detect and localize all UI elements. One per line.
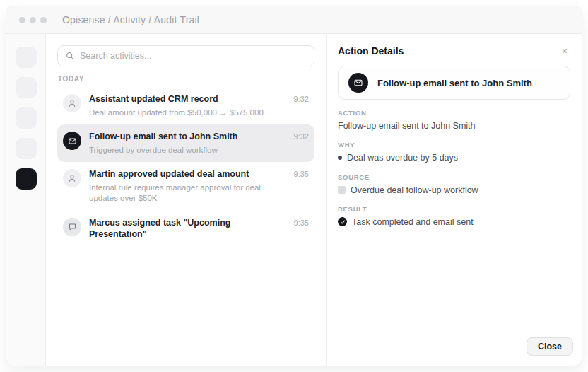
sidebar-item-3[interactable] [16,107,37,129]
check-circle-icon [338,217,347,226]
section-value: Overdue deal follow-up workflow [351,185,478,196]
section-label-today: TODAY [58,75,314,83]
section-label: WHY [338,141,570,149]
action-summary-card: Follow-up email sent to John Smith [338,66,570,100]
window-controls[interactable] [19,17,47,23]
section-result: RESULT Task completed and email sent [338,205,570,228]
section-why: WHY Deal was overdue by 5 days [338,141,570,163]
section-label: SOURCE [338,173,570,181]
sidebar-item-4[interactable] [16,138,37,159]
section-value: Deal was overdue by 5 days [347,152,458,163]
chat-icon [63,218,81,236]
activity-title: Martin approved updated deal amount [89,169,286,180]
workflow-square-icon [338,186,346,194]
activity-time: 9:32 [294,93,309,103]
section-value: Follow-up email sent to John Smith [338,120,476,132]
bullet-dot-icon [338,156,342,160]
activity-title: Follow-up email sent to John Smith [89,132,286,143]
section-value: Task completed and email sent [352,216,474,228]
sidebar-item-1[interactable] [16,47,37,68]
activity-time: 9:35 [294,168,309,178]
section-label: RESULT [338,205,570,213]
user-icon [63,169,81,187]
activity-subtitle: Internal rule requires manager approval … [89,182,286,204]
activity-title: Assistant updated CRM record [89,94,286,105]
activity-row-martin-approval[interactable]: Martin approved updated deal amount Inte… [57,162,314,211]
close-icon[interactable]: × [559,45,570,57]
search-input[interactable] [80,51,307,61]
search-box[interactable] [57,45,314,66]
sidebar [6,34,46,366]
activity-subtitle: Triggered by overdue deal workflow [89,145,286,156]
activity-subtitle: Deal amount updated from $50,000 → $575,… [89,107,286,119]
window-dot-icon[interactable] [40,17,47,23]
activity-time: 9:32 [294,131,309,141]
activity-row-followup-email-selected[interactable]: Follow-up email sent to John Smith Trigg… [57,124,314,162]
activity-row-assistant-crm[interactable]: Assistant updated CRM record Deal amount… [57,87,314,124]
section-action: ACTION Follow-up email sent to John Smit… [338,109,570,132]
mail-icon [63,132,81,150]
mail-icon [348,73,368,93]
window-dot-icon[interactable] [19,17,25,23]
close-button[interactable]: Close [527,337,573,356]
search-icon [65,51,75,61]
action-details-panel: Action Details × Follow-up email sent to… [327,34,582,366]
app-window: Opisense / Activity / Audit Trail TODAY [6,6,582,366]
activity-row-marcus-task[interactable]: Marcus assigned task "Upcoming Presentat… [57,211,314,246]
section-label: ACTION [338,109,570,117]
sidebar-item-2[interactable] [16,77,37,98]
activity-time: 9:35 [294,217,309,227]
details-panel-title: Action Details [338,45,404,57]
user-icon [63,94,81,112]
sidebar-item-audit-trail-active[interactable] [16,168,37,190]
window-dot-icon[interactable] [30,17,36,23]
activity-title: Marcus assigned task "Upcoming Presentat… [89,218,286,240]
breadcrumb: Opisense / Activity / Audit Trail [62,14,199,25]
action-summary-title: Follow-up email sent to John Smith [377,78,532,88]
titlebar: Opisense / Activity / Audit Trail [6,6,582,34]
activity-list-panel: TODAY Assistant updated CRM record Deal … [46,34,327,366]
section-source: SOURCE Overdue deal follow-up workflow [338,173,570,196]
